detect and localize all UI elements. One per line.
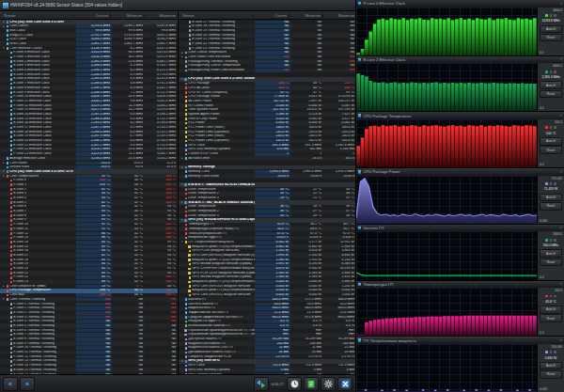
sensor-row[interactable]: P-core 22 Thermal ThrottlingNoNoNo	[179, 41, 355, 46]
expander-icon[interactable]: ▾	[180, 360, 183, 363]
sensor-row[interactable]: E-core 384 °C42 °C104 °C	[0, 192, 178, 196]
sensor-row[interactable]: E-core 17 Effective Clock2,287.2 MHz6.5 …	[0, 126, 178, 131]
sensor-row[interactable]: Температура ГП45.8 °C36.1 °C46.7 °C	[179, 223, 355, 227]
reset-button[interactable]: Reset	[540, 259, 562, 267]
sensor-row[interactable]: P-core 23 Thermal ThrottlingNoNoNo	[179, 46, 355, 51]
sensor-row[interactable]: CPU Package104 °C44 °C104 °C	[179, 82, 355, 86]
sensor-row[interactable]: E-core 1583 °C41 °C94 °C	[0, 244, 178, 249]
sensor-row[interactable]: E-core 9 Thermal ThrottlingNoNoNo	[0, 341, 178, 346]
graph-titlebar[interactable]: Частота ГП×	[356, 225, 564, 232]
sensor-row[interactable]: E-core 3 Effective Clock2,288.0 MHz6.3 M…	[0, 64, 178, 69]
settings-button[interactable]	[321, 377, 336, 391]
graph-close-icon[interactable]: ×	[559, 338, 562, 342]
sensor-row[interactable]: E-core 7 Thermal ThrottlingNoNoNo	[0, 333, 178, 337]
sensor-row[interactable]: Динамическая память D3D ГП26 MB26 MB26 M…	[179, 351, 355, 355]
sensor-row[interactable]: GT Cores Power0.006 W0.000 W5.007 W	[179, 103, 355, 108]
sensor-row[interactable]: Выделенная память D3D ГП11 MB11 MB21 MB	[179, 346, 355, 351]
sensor-row[interactable]: P-core 10 Effective Clock3,428.7 MHz10.9…	[0, 95, 178, 100]
sensor-row[interactable]: Drive Temperature34 °C22 °C34 °C	[179, 187, 355, 192]
auto-fit-button[interactable]: Auto fit	[540, 25, 562, 34]
sensor-row[interactable]: Package/Ring Power Limit ExceededYesNoYe…	[179, 69, 355, 73]
legend-inactive-swatch[interactable]	[550, 351, 553, 353]
expander-icon[interactable]: ▾	[180, 219, 183, 222]
sensor-row[interactable]: E-core 15 Effective Clock2,288.8 MHz6.6 …	[0, 117, 178, 121]
sensor-row[interactable]: ▸Core Ratios23.4 x10.0 x52.0 x	[0, 161, 178, 165]
column-header-maximum[interactable]: Maximum	[144, 13, 178, 18]
sensor-row[interactable]: E-core 20 Thermal ThrottlingNoNoNo	[179, 33, 355, 38]
sensor-row[interactable]: GPU Clock332.3 MHz332.3 MHz1,282.8 MHz	[179, 143, 355, 148]
sensor-row[interactable]: GPU Core (NVVDD) Входное питание0.000 W0…	[179, 293, 355, 298]
sensor-row[interactable]: P-core 13 Thermal ThrottlingNoNoNo	[0, 359, 178, 364]
sensor-row[interactable]: P-core 23 Effective Clock3,429.8 MHz11.1…	[0, 152, 178, 157]
sensor-row[interactable]: E-core 1484 °C42 °C95 °C	[0, 240, 178, 244]
report-button[interactable]	[304, 377, 319, 391]
expander-icon[interactable]: ▸	[180, 52, 183, 55]
legend-inactive-swatch[interactable]	[550, 14, 553, 17]
sensor-row[interactable]: E-core 16 Effective Clock2,289.0 MHz6.2 …	[0, 121, 178, 126]
sensor-row[interactable]: E-core 18 Effective Clock2,288.4 MHz6.3 …	[0, 130, 178, 134]
reset-button[interactable]: Reset	[540, 370, 562, 379]
sensor-row[interactable]: E-core 1782 °C41 °C93 °C	[0, 253, 178, 258]
sensor-row[interactable]: E-core 2 Effective Clock2,285.3 MHz12.6 …	[0, 59, 178, 64]
column-header-current[interactable]: Current	[252, 13, 289, 18]
sensor-row[interactable]: E-core 9 Effective Clock2,288.3 MHz7.1 M…	[0, 90, 178, 95]
sensor-row[interactable]: NPU D3D Memory Dynamic3 MB3 MB3 MB	[179, 368, 355, 372]
sensor-row[interactable]: E-core 483 °C41 °C104 °C	[0, 196, 178, 201]
graph-close-icon[interactable]: ×	[559, 57, 562, 61]
sensor-row[interactable]: ▾ГП: Потребляемая мощность6.082 W5.177 W…	[179, 240, 355, 244]
sensor-row[interactable]: GPU 12V/HPWR Потребляемая мощность4.870 …	[179, 267, 355, 272]
sensor-row[interactable]: E-core 6 Thermal ThrottlingNoNoNo	[0, 328, 178, 333]
expander-icon[interactable]: ▾	[180, 241, 183, 243]
sensor-row[interactable]: E-core 1984 °C42 °C94 °C	[0, 262, 178, 267]
auto-fit-button[interactable]: Auto fit	[540, 137, 562, 146]
reset-button[interactable]: Reset	[540, 202, 562, 211]
sensor-row[interactable]: Drive Temperature 236 °C27 °C37 °C	[179, 210, 355, 214]
sensor-row[interactable]: Ограничение производительности ГП - Тепл…	[179, 333, 355, 337]
legend-inactive-swatch[interactable]	[550, 239, 553, 242]
sensor-row[interactable]: GPU Core (NVVDD) Входное питание0.000 W0…	[179, 284, 355, 289]
sensor-row[interactable]: Memory Clock Ratio20.00 x20.00 x20.00 x	[179, 174, 355, 179]
legend-series-swatch[interactable]	[545, 295, 548, 298]
sensor-row[interactable]: E-core 4 Thermal ThrottlingNoNoYes	[0, 320, 178, 324]
sensor-row[interactable]: PL2 Power Limit (Static)240.0 W240.0 W24…	[179, 134, 355, 139]
legend-inactive-swatch[interactable]	[550, 126, 553, 129]
sensor-row[interactable]: IA Cores Power65.752 W2.897 W166.217 W	[179, 99, 355, 103]
window-titlebar[interactable]: HWiNFO64 v8.24-5680 Sensor Status [504 v…	[0, 0, 355, 11]
sensor-row[interactable]: P-core 1191 °C43 °C104 °C	[0, 227, 178, 231]
graph-close-icon[interactable]: ×	[559, 282, 562, 286]
graph-titlebar[interactable]: E-core 2 Effective Clock×	[356, 56, 564, 64]
sensor-row[interactable]: Мощность цепи ГП (D4)/Потребляемая мощно…	[179, 244, 355, 249]
sensor-row[interactable]: E-core 19 Effective Clock2,287.9 MHz6.7 …	[0, 134, 178, 139]
sensor-row[interactable]: Total System Power115.785 W24.652 W197.5…	[179, 108, 355, 113]
sensor-row[interactable]: Видеочастота ГП660.0 MHz660.0 MHz660.0 M…	[179, 306, 355, 311]
sensor-row[interactable]: NPU Clock711.3 MHz711.3 MHz711.3 MHz	[179, 364, 355, 368]
auto-fit-button[interactable]: Auto fit	[540, 306, 562, 314]
sensor-row[interactable]: D2D Clock3,094.9 MHz3,094.9 MHz3,094.9 M…	[0, 38, 178, 42]
sensor-row[interactable]: E-core 17 Thermal ThrottlingNoNoNo	[179, 20, 355, 24]
sensor-row[interactable]: E-core 18 Thermal ThrottlingNoNoNo	[179, 24, 355, 29]
sensor-row[interactable]: ▸Core Critical TemperatureNoNoNo	[179, 51, 355, 55]
sensor-row[interactable]: E-core 14 Effective Clock2,287.5 MHz6.4 …	[0, 112, 178, 117]
sensor-row[interactable]: ▾Core Thermal ThrottlingYesNoYes	[0, 297, 178, 302]
legend-series-swatch[interactable]	[545, 126, 548, 129]
expander-icon[interactable]: ▾	[180, 78, 183, 81]
sensor-row[interactable]: Температура (горячая точка) ГП56.0 °C48.…	[179, 227, 355, 231]
expander-icon[interactable]: ▸	[180, 157, 183, 160]
column-header-row[interactable]: Sensor Current Minimum Maximum	[179, 11, 355, 20]
sensor-row[interactable]: P-core 11 Thermal ThrottlingNoNoNo	[0, 351, 178, 355]
sensor-row[interactable]: E-core 783 °C40 °C95 °C	[0, 210, 178, 214]
graph-titlebar[interactable]: ГП: Потребляемая мощность×	[356, 337, 564, 344]
legend-inactive-swatch[interactable]	[554, 126, 556, 129]
column-header-current[interactable]: Current	[73, 13, 110, 18]
auto-fit-button[interactable]: Auto fit	[540, 81, 562, 89]
expander-icon[interactable]: ▸	[2, 25, 5, 28]
sensor-row[interactable]: P-core 13 Effective Clock3,427.9 MHz10.2…	[0, 108, 178, 113]
sensor-row[interactable]: P-core 1 Thermal ThrottlingYesNoYes	[0, 306, 178, 311]
sensor-row[interactable]: ▾Core Effective Clocks3,138.9 MHz6.2 MHz…	[0, 46, 178, 51]
sensor-row[interactable]: P-core 1 Effective Clock3,450.3 MHz36.2 …	[0, 55, 178, 60]
sensor-row[interactable]: Memory Clock1,993.3 MHz1,984.6 MHz1,993.…	[179, 169, 355, 174]
sensor-row[interactable]: E-core 7 Effective Clock2,288.6 MHz6.8 M…	[0, 82, 178, 86]
sensor-row[interactable]: CPU IA Cores103 °C44 °C104 °C	[179, 86, 355, 90]
sensor-row[interactable]: NGU Clock2,061.7 MHz2,061.7 MHz2,061.7 M…	[0, 41, 178, 46]
legend-inactive-swatch[interactable]	[554, 71, 556, 73]
